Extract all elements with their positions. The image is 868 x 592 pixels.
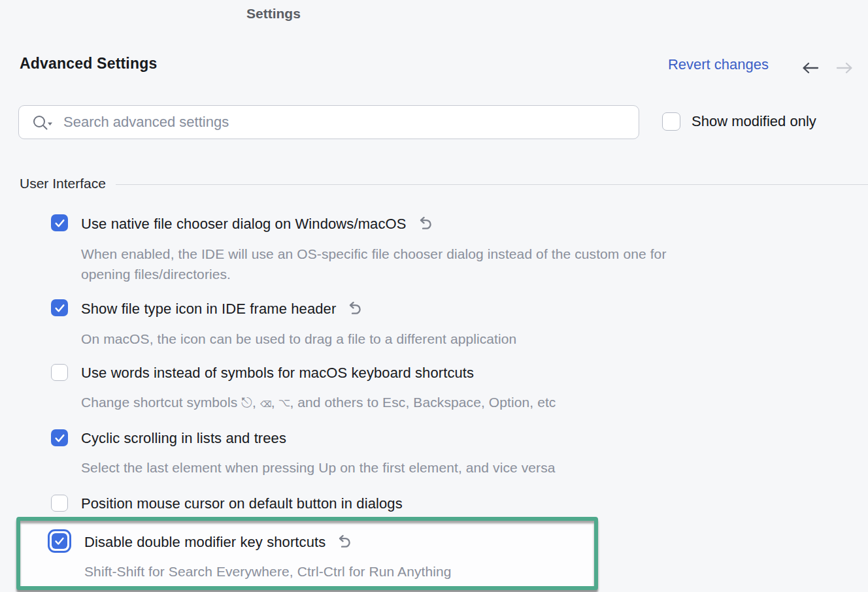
search-input[interactable] [58, 114, 629, 131]
section-title: User Interface [20, 176, 106, 191]
checkbox-cyclic-scrolling[interactable] [51, 429, 68, 446]
forward-arrow-icon[interactable] [834, 60, 855, 76]
checkmark-icon [54, 217, 66, 229]
setting-description: Change shortcut symbols ⎋, ⌫, ⌥, and oth… [81, 392, 556, 412]
checkbox-native-file-chooser[interactable] [51, 214, 68, 231]
setting-row-highlighted: Disable double modifier key shortcuts Sh… [48, 529, 868, 582]
setting-row: Cyclic scrolling in lists and trees Sele… [51, 429, 868, 478]
show-modified-only-label: Show modified only [692, 113, 816, 130]
checkbox-file-type-icon[interactable] [51, 299, 68, 316]
reset-value-icon[interactable] [345, 301, 363, 318]
checkmark-icon [54, 302, 66, 314]
section-divider [116, 184, 868, 185]
reset-value-icon[interactable] [335, 534, 353, 551]
checkbox-words-instead-symbols[interactable] [51, 364, 68, 381]
setting-label: Disable double modifier key shortcuts [84, 533, 326, 551]
setting-label: Use words instead of symbols for macOS k… [81, 364, 474, 382]
setting-description: When enabled, the IDE will use an OS-spe… [81, 244, 666, 284]
page-title: Advanced Settings [20, 55, 157, 73]
setting-label: Show file type icon in IDE frame header [81, 300, 336, 318]
search-icon[interactable] [31, 113, 54, 133]
checkbox-focus-ring [48, 529, 71, 553]
window-title: Settings [246, 6, 301, 22]
setting-row: Show file type icon in IDE frame header … [51, 299, 868, 349]
revert-changes-link[interactable]: Revert changes [668, 56, 769, 73]
section-header: User Interface [20, 176, 868, 191]
search-box[interactable] [18, 105, 639, 139]
setting-row: Use native file chooser dialog on Window… [51, 214, 868, 284]
setting-row: Use words instead of symbols for macOS k… [51, 364, 868, 412]
back-arrow-icon[interactable] [800, 60, 821, 76]
setting-description: Shift-Shift for Search Everywhere, Ctrl-… [84, 561, 452, 582]
checkbox-position-mouse-cursor[interactable] [51, 495, 68, 512]
setting-label: Cyclic scrolling in lists and trees [81, 429, 286, 447]
checkbox-disable-double-modifier[interactable] [52, 533, 67, 549]
reset-value-icon[interactable] [416, 216, 434, 233]
setting-label: Use native file chooser dialog on Window… [81, 215, 407, 233]
checkmark-icon [54, 432, 66, 444]
setting-description: Select the last element when pressing Up… [81, 457, 556, 478]
checkmark-icon [54, 535, 65, 547]
setting-label: Position mouse cursor on default button … [81, 495, 403, 512]
show-modified-only-checkbox[interactable] [662, 112, 680, 131]
setting-description: On macOS, the icon can be used to drag a… [81, 329, 516, 349]
setting-row: Position mouse cursor on default button … [51, 495, 868, 512]
